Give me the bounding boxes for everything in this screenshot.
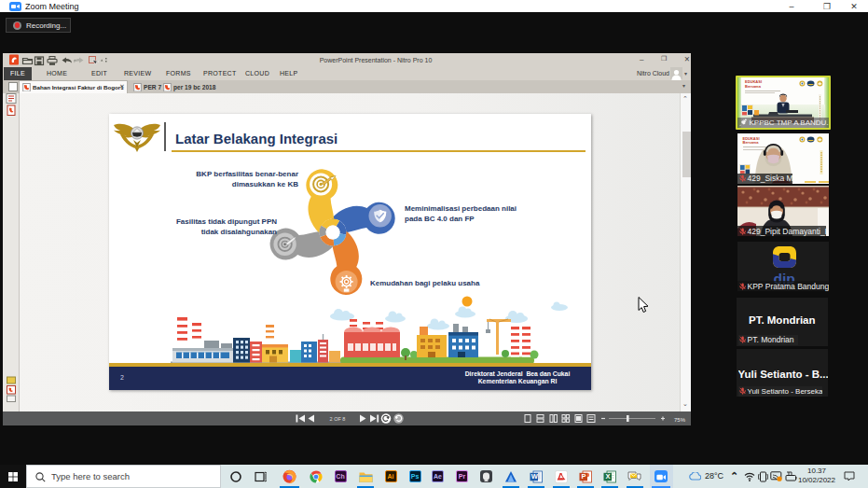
svg-text:2 OF 8: 2 OF 8 bbox=[330, 416, 346, 422]
svg-text:75%: 75% bbox=[674, 417, 686, 423]
svg-text:P: P bbox=[582, 472, 586, 481]
svg-text:W: W bbox=[530, 472, 538, 481]
svg-text:X: X bbox=[605, 472, 610, 481]
